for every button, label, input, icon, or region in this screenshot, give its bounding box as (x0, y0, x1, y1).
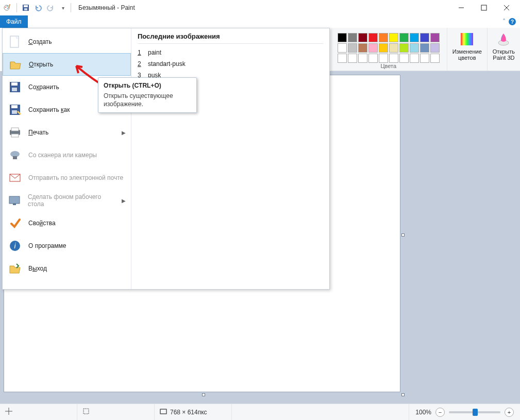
file-menu-item-label: Со сканера или камеры (28, 152, 97, 159)
save-icon[interactable] (20, 2, 31, 13)
svg-rect-22 (11, 128, 19, 131)
zoom-controls: 100% − + (409, 408, 520, 417)
zoom-in-button[interactable]: + (505, 408, 514, 417)
svg-rect-16 (11, 82, 18, 86)
open-paint3d-button[interactable]: Открыть Paint 3D (491, 30, 517, 62)
file-menu-item-icon (8, 193, 22, 208)
minimize-button[interactable] (450, 1, 473, 15)
color-swatch[interactable] (430, 33, 440, 42)
color-swatch[interactable] (399, 43, 409, 53)
color-swatch[interactable] (368, 33, 378, 42)
recent-file-number: 1 (138, 49, 143, 56)
color-swatch-empty[interactable] (348, 54, 357, 63)
resize-handle-corner[interactable] (401, 393, 405, 396)
color-swatch[interactable] (358, 33, 367, 42)
file-menu-item-label: О программе (28, 242, 66, 249)
recent-file-name: standart-pusk (148, 60, 186, 68)
window-title: Безымянный - Paint (78, 4, 135, 11)
file-menu-item[interactable]: iО программе (3, 234, 131, 257)
file-menu-item-icon (8, 103, 22, 117)
color-swatch[interactable] (420, 33, 429, 42)
color-swatch[interactable] (389, 33, 398, 42)
zoom-slider-thumb[interactable] (473, 409, 478, 416)
color-swatch-empty[interactable] (379, 54, 388, 63)
resize-handle-bottom[interactable] (202, 393, 205, 396)
status-selection-size (77, 404, 155, 420)
color-swatch[interactable] (389, 43, 398, 53)
zoom-out-button[interactable]: − (435, 408, 445, 417)
edit-colors-icon (459, 31, 475, 47)
recent-header: Последние изображения (138, 32, 323, 44)
color-swatch[interactable] (379, 33, 388, 42)
recent-file-item[interactable]: 1paint (138, 47, 323, 58)
color-swatch-empty[interactable] (410, 54, 419, 63)
svg-point-1 (5, 7, 6, 8)
redo-icon[interactable] (45, 2, 56, 13)
svg-rect-17 (12, 88, 17, 91)
ribbon-colors-section: Цвета Изменение цветов Открыть Paint 3D (330, 28, 520, 71)
help-icon[interactable]: ? (509, 18, 516, 25)
file-menu-item-icon (8, 261, 22, 276)
quick-access-toolbar: ▾ (2, 2, 69, 13)
submenu-arrow-icon: ▶ (122, 198, 126, 204)
color-swatch[interactable] (410, 43, 419, 53)
color-swatch[interactable] (420, 43, 429, 53)
file-menu-item[interactable]: Свойства (3, 212, 131, 234)
svg-rect-35 (160, 409, 166, 414)
cursor-pos-icon (5, 408, 12, 416)
qat-customize-icon[interactable]: ▾ (57, 2, 69, 13)
file-tab[interactable]: Файл (0, 15, 28, 28)
file-menu-item-label: Открыть (29, 61, 53, 68)
file-menu-item[interactable]: Печать▶ (3, 121, 131, 144)
zoom-level: 100% (415, 409, 431, 416)
zoom-slider[interactable] (449, 411, 500, 413)
color-swatch[interactable] (368, 43, 378, 53)
color-swatch-empty[interactable] (399, 54, 409, 63)
svg-rect-23 (11, 134, 19, 137)
color-swatch-empty[interactable] (358, 54, 367, 63)
edit-colors-label: Изменение цветов (452, 48, 482, 61)
color-swatch[interactable] (399, 33, 409, 42)
file-menu-item-label: Выход (28, 265, 47, 272)
close-button[interactable] (495, 1, 518, 15)
color-swatch-empty[interactable] (420, 54, 429, 63)
svg-rect-34 (160, 409, 166, 414)
file-menu-item-label: Печать (28, 129, 48, 136)
color-swatch-empty[interactable] (338, 54, 347, 63)
resize-handle-right[interactable] (401, 233, 405, 237)
svg-point-2 (7, 6, 8, 7)
color-swatch[interactable] (338, 33, 347, 42)
color-swatch[interactable] (430, 43, 440, 53)
image-dimensions: 768 × 614пкс (170, 409, 207, 416)
color-swatch[interactable] (410, 33, 419, 42)
file-menu: СоздатьОткрытьСохранитьСохранить как▶Печ… (2, 28, 330, 290)
status-cursor-pos (0, 404, 77, 420)
file-menu-item-icon (8, 57, 23, 72)
svg-rect-9 (481, 5, 487, 10)
file-menu-item[interactable]: Открыть (3, 53, 131, 76)
paint-app-icon[interactable] (2, 2, 13, 13)
file-menu-item[interactable]: Выход (3, 257, 131, 280)
color-swatch[interactable] (338, 43, 347, 53)
color-swatch[interactable] (379, 43, 388, 53)
color-swatch-empty[interactable] (368, 54, 378, 63)
color-swatch-empty[interactable] (430, 54, 440, 63)
maximize-button[interactable] (473, 1, 495, 15)
file-menu-item-icon (8, 35, 22, 49)
file-menu-recent: Последние изображения 1paint2standart-pu… (131, 28, 329, 289)
color-swatch-empty[interactable] (389, 54, 398, 63)
color-swatch[interactable] (348, 43, 357, 53)
file-menu-item-label: Сделать фоном рабочего стола (28, 193, 115, 208)
color-swatch[interactable] (358, 43, 367, 53)
undo-icon[interactable] (32, 2, 44, 13)
ribbon-tabs: Файл ˄ ? (0, 15, 520, 28)
file-menu-item[interactable]: Создать (3, 30, 131, 53)
color-swatch[interactable] (348, 33, 357, 42)
submenu-arrow-icon: ▶ (122, 130, 126, 136)
file-menu-item-label: Сохранить (28, 83, 59, 91)
edit-colors-button[interactable]: Изменение цветов (450, 30, 484, 62)
recent-file-item[interactable]: 2standart-pusk (138, 58, 323, 70)
selection-size-icon (82, 408, 90, 416)
collapse-ribbon-icon[interactable]: ˄ (502, 18, 506, 25)
file-menu-item-label: Свойства (28, 220, 56, 227)
